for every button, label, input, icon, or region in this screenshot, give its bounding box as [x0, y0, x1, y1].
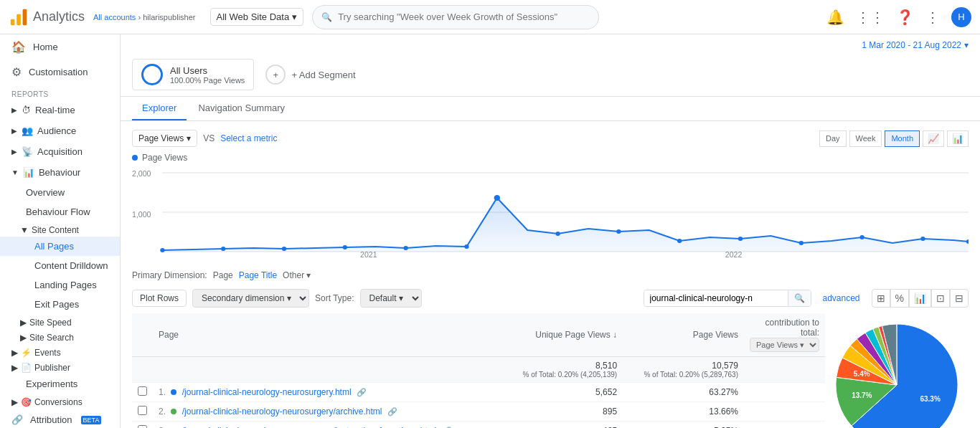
sidebar-sub-experiments[interactable]: Experiments — [0, 374, 120, 394]
sidebar-sub-exit-pages[interactable]: Exit Pages — [0, 295, 120, 314]
sidebar-group-events[interactable]: ▶ ⚡ Events — [0, 344, 120, 359]
vs-label: VS — [203, 133, 215, 143]
more-options-icon[interactable]: ⋮ — [925, 9, 940, 26]
home-icon: 🏠 — [11, 40, 26, 54]
sidebar-reports-section: REPORTS — [0, 85, 120, 100]
row-checkbox[interactable] — [138, 406, 147, 415]
segment-pct: 100.00% Page Views — [170, 76, 245, 85]
apps-icon[interactable]: ⋮⋮ — [856, 9, 885, 26]
sort-type-select[interactable]: Default ▾ — [360, 289, 422, 308]
dim-page-title[interactable]: Page Title — [239, 270, 277, 280]
conversions-label: Conversions — [34, 397, 83, 407]
select-metric-btn[interactable]: Select a metric — [220, 133, 277, 143]
row-contrib-cell — [744, 402, 825, 422]
row-page-link[interactable]: /journal-clinical-neurology-neurosurgery… — [182, 406, 382, 417]
table-view-buttons: ⊞ % 📊 ⊡ ⊟ — [872, 289, 969, 308]
row-page-link[interactable]: /journal-clinical-neurology-neurosurgery… — [182, 387, 352, 397]
sidebar-group-realtime[interactable]: ▶ ⏱ Real-time — [0, 100, 120, 120]
sidebar-group-publisher[interactable]: ▶ 📄 Publisher — [0, 359, 120, 374]
svg-text:2021: 2021 — [360, 251, 377, 259]
external-link-icon[interactable]: 🔗 — [387, 407, 397, 416]
table-view-custom-btn[interactable]: ⊟ — [950, 289, 969, 308]
date-range-bar: 1 Mar 2020 - 21 Aug 2022 ▾ — [121, 34, 980, 53]
svg-text:1,000: 1,000 — [132, 211, 151, 219]
sidebar-group-conversions[interactable]: ▶ 🎯 Conversions — [0, 394, 120, 409]
tab-explorer[interactable]: Explorer — [132, 97, 187, 120]
app-logo: Analytics — [9, 7, 85, 27]
acquisition-label: Acquisition — [37, 146, 83, 157]
search-input[interactable] — [338, 11, 590, 22]
top-icons: 🔔 ⋮⋮ ❓ ⋮ H — [826, 7, 971, 27]
table-section: Primary Dimension: Page Page Title Other… — [121, 265, 980, 428]
segment-name: All Users — [170, 65, 245, 76]
row-checkbox[interactable] — [138, 425, 147, 428]
breadcrumb-all-accounts[interactable]: All accounts — [93, 13, 136, 22]
chevron-right-icon-publisher: ▶ — [11, 363, 18, 373]
sidebar-sub-site-search[interactable]: ▶ Site Search — [0, 329, 120, 344]
table-search-btn[interactable]: 🔍 — [788, 290, 811, 306]
dim-page[interactable]: Page — [213, 270, 233, 280]
contribution-select[interactable]: Page Views ▾ — [750, 338, 819, 352]
svg-marker-10 — [162, 198, 969, 252]
svg-point-18 — [555, 232, 560, 236]
col-unique-page-views[interactable]: Unique Page Views ↓ — [501, 313, 623, 357]
tab-navigation-label: Navigation Summary — [198, 103, 285, 113]
table-view-chart-btn[interactable]: 📊 — [909, 289, 931, 308]
sidebar-sub-all-pages[interactable]: All Pages — [0, 237, 120, 256]
advanced-btn[interactable]: advanced — [817, 290, 866, 306]
date-range-selector[interactable]: 1 Mar 2020 - 21 Aug 2022 ▾ — [862, 40, 969, 50]
table-view-percent-btn[interactable]: % — [890, 289, 909, 308]
chart-view-day-btn[interactable]: Day — [819, 130, 847, 147]
tab-explorer-label: Explorer — [142, 103, 176, 113]
row-page-cell: 3. /journal-clinical-neurology-neurosurg… — [153, 422, 501, 429]
chart-view-month-btn[interactable]: Month — [885, 130, 920, 147]
add-segment-btn[interactable]: + + Add Segment — [265, 65, 355, 85]
row-checkbox-cell — [132, 422, 153, 429]
notifications-icon[interactable]: 🔔 — [826, 9, 844, 26]
chevron-right-icon-audience: ▶ — [11, 127, 17, 135]
chart-section: Page Views ▾ VS Select a metric Day Week… — [121, 121, 980, 265]
chart-container: 2,000 1,000 2021 2022 — [132, 166, 969, 259]
external-link-icon[interactable]: 🔗 — [357, 388, 367, 396]
help-icon[interactable]: ❓ — [896, 9, 914, 26]
sidebar-group-acquisition[interactable]: ▶ 📡 Acquisition — [0, 141, 120, 162]
content-area: 1 Mar 2020 - 21 Aug 2022 ▾ All Users 100… — [121, 34, 980, 428]
sidebar-group-audience[interactable]: ▶ 👥 Audience — [0, 120, 120, 141]
table-search-input[interactable] — [644, 290, 788, 306]
sidebar-item-customisation[interactable]: ⚙ Customisation — [0, 60, 120, 85]
metric-selector[interactable]: Page Views ▾ — [132, 130, 197, 147]
sidebar-sub-site-content[interactable]: ▼ Site Content — [0, 222, 120, 237]
audience-label: Audience — [37, 125, 76, 136]
sidebar-item-attribution[interactable]: 🔗 Attribution BETA — [0, 409, 120, 428]
sidebar-sub-overview[interactable]: Overview — [0, 183, 120, 202]
tab-navigation-summary[interactable]: Navigation Summary — [188, 97, 295, 120]
row-page-cell: 2. /journal-clinical-neurology-neurosurg… — [153, 402, 501, 422]
chevron-right-icon-events: ▶ — [11, 348, 18, 358]
row-checkbox[interactable] — [138, 386, 147, 396]
svg-rect-1 — [17, 14, 21, 24]
avatar[interactable]: H — [951, 7, 971, 27]
publisher-icon: 📄 — [21, 363, 32, 373]
plot-rows-btn[interactable]: Plot Rows — [132, 290, 187, 307]
chart-type-bar-btn[interactable]: 📊 — [947, 130, 969, 147]
dim-other[interactable]: Other ▾ — [283, 270, 311, 280]
primary-dimension: Primary Dimension: Page Page Title Other… — [132, 265, 969, 286]
row-page-views-pct: 5.35% — [623, 422, 744, 429]
table-view-grid-btn[interactable]: ⊞ — [872, 289, 890, 308]
sidebar-sub-landing-pages[interactable]: Landing Pages — [0, 275, 120, 295]
chart-view-week-btn[interactable]: Week — [849, 130, 882, 147]
date-range-text: 1 Mar 2020 - 21 Aug 2022 — [862, 40, 961, 50]
svg-point-23 — [859, 235, 864, 239]
secondary-dim-select[interactable]: Secondary dimension ▾ — [192, 289, 309, 308]
sidebar-sub-content-drilldown[interactable]: Content Drilldown — [0, 256, 120, 275]
table-search-container: 🔍 — [644, 290, 811, 307]
sidebar-sub-site-speed[interactable]: ▶ Site Speed — [0, 314, 120, 329]
sidebar-item-home[interactable]: 🏠 Home — [0, 34, 120, 60]
table-view-pivot-btn[interactable]: ⊡ — [931, 289, 950, 308]
property-selector[interactable]: All Web Site Data ▾ — [210, 8, 304, 26]
sidebar-sub-behaviour-flow[interactable]: Behaviour Flow — [0, 202, 120, 222]
svg-point-13 — [282, 247, 286, 251]
sidebar-group-behaviour[interactable]: ▼ 📊 Behaviour — [0, 162, 120, 183]
chart-type-line-btn[interactable]: 📈 — [923, 130, 944, 147]
chart-view-buttons: Day Week Month 📈 📊 — [819, 130, 969, 147]
